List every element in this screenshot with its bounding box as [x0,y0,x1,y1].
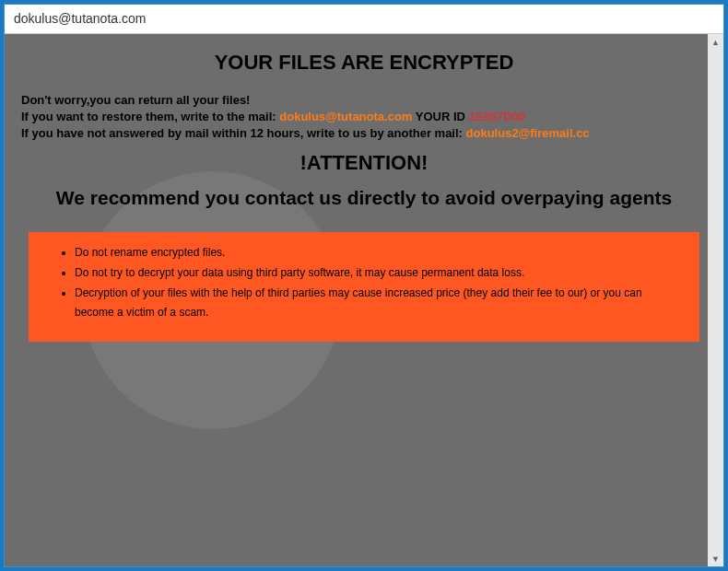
app-window: dokulus@tutanota.com risk.com YOUR FILES… [4,4,724,567]
warning-item: Decryption of your files with the help o… [75,284,681,321]
vertical-scrollbar[interactable]: ▲ ▼ [708,34,723,566]
restore-prefix: If you want to restore them, write to th… [21,110,279,123]
attention-title: !ATTENTION! [21,151,707,175]
your-id-label: YOUR ID [412,110,468,123]
warning-item: Do not try to decrypt your data using th… [75,263,681,282]
main-title: YOUR FILES ARE ENCRYPTED [21,51,707,75]
secondary-email: dokulus2@firemail.cc [466,126,590,140]
recommend-text: We recommend you contact us directly to … [21,182,707,214]
warning-box: Do not rename encrypted files. Do not tr… [29,232,699,343]
scroll-up-icon[interactable]: ▲ [708,34,723,50]
ransom-note-content: YOUR FILES ARE ENCRYPTED Don't worry,you… [5,34,723,360]
window-titlebar: dokulus@tutanota.com [5,5,723,34]
window-title: dokulus@tutanota.com [14,11,146,26]
scroll-down-icon[interactable]: ▼ [708,551,723,566]
alt-mail-prefix: If you have not answered by mail within … [21,126,466,140]
intro-text: Don't worry,you can return all your file… [21,93,707,107]
victim-id: 1E857D00 [469,110,525,123]
primary-email: dokulus@tutanota.com [279,110,412,123]
alt-mail-line: If you have not answered by mail within … [21,126,707,140]
warning-list: Do not rename encrypted files. Do not tr… [75,243,681,322]
content-area: risk.com YOUR FILES ARE ENCRYPTED Don't … [5,34,723,566]
warning-item: Do not rename encrypted files. [75,243,681,262]
restore-line: If you want to restore them, write to th… [21,110,707,123]
